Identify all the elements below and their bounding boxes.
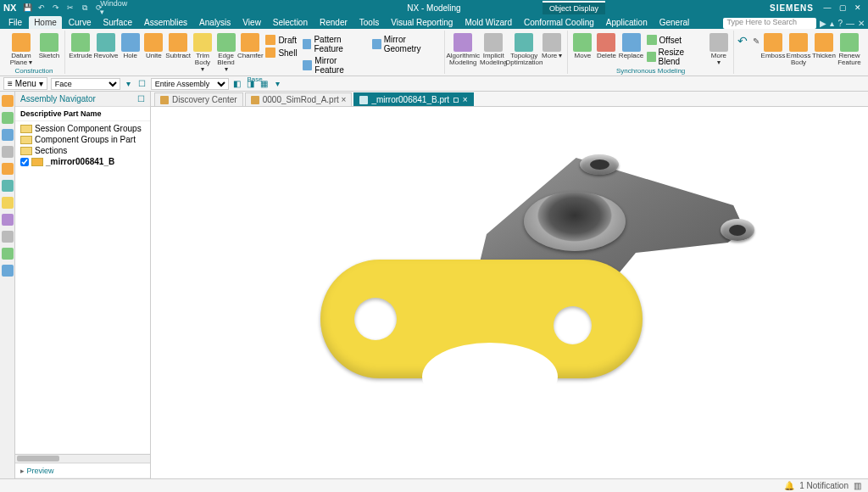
menu-file[interactable]: File [3,16,27,29]
mirror-feature-icon [303,60,313,70]
sketch-button[interactable]: Sketch [37,32,61,60]
menu-assemblies[interactable]: Assemblies [139,16,192,29]
panel-close-icon[interactable]: ☐ [137,94,145,103]
tree-row[interactable]: Session Component Groups [17,123,148,134]
context-tab[interactable]: Object Display [542,1,605,14]
resource-roles-icon[interactable] [2,197,14,209]
doc-tab-simrod[interactable]: 0000_SimRod_A.prt × [245,92,353,106]
renew-feature-button[interactable]: Renew Feature [837,32,861,67]
filter-opt-icon[interactable]: ☐ [137,79,147,89]
resource-layer-icon[interactable] [2,214,14,226]
mirror-feature-button[interactable]: Mirror Feature [301,55,369,75]
edge-blend-icon [217,33,236,52]
mirror-geometry-button[interactable]: Mirror Geometry [370,34,441,54]
window-menu[interactable]: Window ▾ [108,2,120,14]
save-icon[interactable]: 💾 [21,2,33,14]
more-button[interactable]: More ▾ [540,32,564,60]
trim-body-button[interactable]: Trim Body ▾ [192,32,214,74]
topology-optimization-button[interactable]: Topology Optimization [509,32,538,67]
3d-viewport[interactable] [151,107,868,492]
help-icon[interactable]: ? [837,19,843,28]
redo-icon[interactable]: ↷ [50,2,62,14]
revolve-button[interactable]: Revolve [94,32,118,60]
resource-ie-icon[interactable] [2,180,14,192]
tree-row[interactable]: Sections [17,145,148,156]
offset-button[interactable]: Offset [645,34,706,46]
nav-tree[interactable]: Session Component Groups Component Group… [15,121,150,454]
resource-assembly-icon[interactable] [2,95,14,107]
copy-icon[interactable]: ⧉ [79,2,91,14]
unite-button[interactable]: Unite [143,32,165,60]
undo-icon[interactable]: ↶ [36,2,47,14]
datum-plane-button[interactable]: Datum Plane ▾ [7,32,36,67]
undo-big-icon[interactable]: ↶ [737,34,748,48]
menu-selection[interactable]: Selection [268,16,313,29]
ribbon-close-icon[interactable]: ✕ [858,19,865,28]
implicit-modeling-button[interactable]: Implicit Modeling [479,32,508,67]
emboss-body-button[interactable]: Emboss Body [787,32,810,67]
menu-conformal-cooling[interactable]: Conformal Cooling [519,16,599,29]
resource-hist-icon[interactable] [2,163,14,175]
resize-blend-button[interactable]: Resize Blend [645,47,706,67]
delete-button[interactable]: Delete [595,32,617,60]
pen-icon[interactable]: ✎ [753,36,760,46]
menu-application[interactable]: Application [601,16,653,29]
subtract-button[interactable]: Subtract [166,32,190,60]
replace-button[interactable]: Replace [620,32,643,60]
scope-filter-select[interactable]: Entire Assembly [151,78,229,90]
draft-button[interactable]: Draft [264,34,298,46]
filter-dropdown-icon[interactable]: ▾ [273,79,283,89]
resource-part-nav-icon[interactable] [2,112,14,124]
doc-tab-discovery[interactable]: Discovery Center [154,92,243,106]
extrude-button[interactable]: Extrude [69,32,92,60]
edge-blend-button[interactable]: Edge Blend ▾ [215,32,237,74]
nav-preview-section[interactable]: Preview [15,463,150,478]
menu-mold-wizard[interactable]: Mold Wizard [459,16,517,29]
menu-dropdown[interactable]: ≡Menu ▾ [3,77,47,90]
nav-scrollbar[interactable] [15,454,150,462]
type-filter-select[interactable]: Face [51,78,120,90]
menu-tools[interactable]: Tools [354,16,384,29]
emboss-button[interactable]: Emboss [761,32,785,60]
menu-visual-reporting[interactable]: Visual Reporting [386,16,458,29]
cut-icon[interactable]: ✂ [64,2,76,14]
resource-clock-icon[interactable] [2,231,14,243]
resource-web-icon[interactable] [2,265,14,277]
scrollbar-thumb[interactable] [17,456,59,461]
shell-button[interactable]: Shell [264,47,298,59]
help-play-icon[interactable]: ▶ [820,19,826,28]
menu-render[interactable]: Render [314,16,353,29]
menu-view[interactable]: View [237,16,266,29]
menu-surface[interactable]: Surface [98,16,137,29]
resource-constraint-icon[interactable] [2,129,14,141]
menu-analysis[interactable]: Analysis [194,16,236,29]
notification-label[interactable]: 1 Notification [799,481,849,490]
menu-home[interactable]: Home [29,16,62,29]
resource-reuse-icon[interactable] [2,146,14,158]
tree-row[interactable]: Component Groups in Part [17,134,148,145]
notification-icon[interactable]: 🔔 [784,481,794,490]
command-search-input[interactable]: Type Here to Search [723,18,816,29]
move-button[interactable]: Move [571,32,593,60]
nav-column-header[interactable]: Descriptive Part Name [15,107,150,121]
algorithmic-modeling-button[interactable]: Algorithmic Modeling [448,32,477,67]
tree-row[interactable]: _mirror006841_B [17,156,148,167]
thicken-button[interactable]: Thicken [812,32,836,60]
close-icon[interactable]: ✕ [851,2,865,14]
minimize-icon[interactable]: — [821,2,834,14]
model-yellow-link[interactable] [320,260,643,378]
filter-icon-1[interactable]: ◧ [232,79,242,89]
tree-checkbox[interactable] [20,158,29,166]
resource-sys-icon[interactable] [2,248,14,260]
filter-pin-icon[interactable]: ▾ [124,79,134,89]
hole-button[interactable]: Hole [120,32,142,60]
chamfer-button[interactable]: Chamfer [238,32,262,60]
restore-icon[interactable]: ▢ [836,2,849,14]
menu-general[interactable]: General [654,16,695,29]
settings-up-icon[interactable]: ▴ [830,19,834,28]
ribbon-min-icon[interactable]: — [846,19,854,28]
sync-more-button[interactable]: More ▾ [708,32,730,67]
menu-curve[interactable]: Curve [64,16,97,29]
pattern-feature-button[interactable]: Pattern Feature [301,34,369,54]
doc-tab-mirror[interactable]: _mirror006841_B.prt 🗆 × [353,92,473,106]
